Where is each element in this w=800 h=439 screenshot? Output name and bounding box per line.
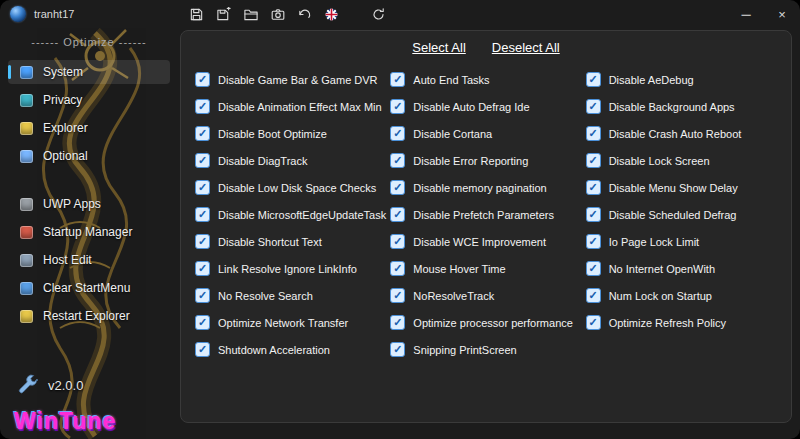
checkbox-item[interactable]: ✓Disable Error Reporting <box>390 153 585 168</box>
checkbox-item[interactable]: ✓Disable memory pagination <box>390 180 585 195</box>
sidebar-item-privacy[interactable]: Privacy <box>8 88 170 112</box>
sidebar-item-startup-manager[interactable]: Startup Manager <box>8 220 170 244</box>
checkbox-label: Mouse Hover Time <box>413 263 505 275</box>
checkbox-checked[interactable]: ✓ <box>390 153 405 168</box>
minimize-button[interactable]: ─ <box>728 0 764 28</box>
checkbox-checked[interactable]: ✓ <box>195 207 210 222</box>
sidebar-item-optional[interactable]: Optional <box>8 144 170 168</box>
checkbox-checked[interactable]: ✓ <box>586 207 601 222</box>
system-monitor-icon <box>20 66 33 79</box>
checkbox-checked[interactable]: ✓ <box>390 288 405 303</box>
checkbox-item[interactable]: ✓Disable Game Bar & Game DVR <box>195 72 390 87</box>
checkbox-item[interactable]: ✓Optimize Network Transfer <box>195 315 390 330</box>
checkbox-checked[interactable]: ✓ <box>586 153 601 168</box>
checkbox-checked[interactable]: ✓ <box>390 99 405 114</box>
undo-button[interactable] <box>291 0 318 28</box>
checkbox-checked[interactable]: ✓ <box>390 234 405 249</box>
sidebar-item-host-edit[interactable]: Host Edit <box>8 248 170 272</box>
checkbox-item[interactable]: ✓Snipping PrintScreen <box>390 342 585 357</box>
sidebar-item-label: Explorer <box>43 121 88 135</box>
checkbox-item[interactable]: ✓Disable Menu Show Delay <box>586 180 781 195</box>
checkbox-checked[interactable]: ✓ <box>195 126 210 141</box>
checkbox-item[interactable]: ✓Disable Prefetch Parameters <box>390 207 585 222</box>
checkbox-checked[interactable]: ✓ <box>195 234 210 249</box>
checkbox-checked[interactable]: ✓ <box>586 99 601 114</box>
checkbox-item[interactable]: ✓Optimize processor performance <box>390 315 585 330</box>
checkbox-checked[interactable]: ✓ <box>195 153 210 168</box>
checkbox-checked[interactable]: ✓ <box>390 207 405 222</box>
checkbox-checked[interactable]: ✓ <box>586 180 601 195</box>
checkbox-item[interactable]: ✓No Internet OpenWith <box>586 261 781 276</box>
checkbox-label: Optimize Network Transfer <box>218 317 348 329</box>
checkbox-item[interactable]: ✓Disable Cortana <box>390 126 585 141</box>
checkbox-checked[interactable]: ✓ <box>390 180 405 195</box>
sidebar-nav: SystemPrivacyExplorerOptionalUWP AppsSta… <box>0 60 178 328</box>
checkbox-checked[interactable]: ✓ <box>195 72 210 87</box>
save-as-button[interactable] <box>210 0 237 28</box>
checkbox-item[interactable]: ✓Mouse Hover Time <box>390 261 585 276</box>
checkbox-checked[interactable]: ✓ <box>195 315 210 330</box>
sidebar-item-label: Optional <box>43 149 88 163</box>
checkbox-item[interactable]: ✓Disable Auto Defrag Ide <box>390 99 585 114</box>
checkbox-item[interactable]: ✓Disable Boot Optimize <box>195 126 390 141</box>
checkbox-checked[interactable]: ✓ <box>390 126 405 141</box>
checkbox-label: No Resolve Search <box>218 290 313 302</box>
checkbox-item[interactable]: ✓Io Page Lock Limit <box>586 234 781 249</box>
checkbox-checked[interactable]: ✓ <box>390 72 405 87</box>
checkbox-item[interactable]: ✓Disable Lock Screen <box>586 153 781 168</box>
checkbox-item[interactable]: ✓Disable MicrosoftEdgeUpdateTask <box>195 207 390 222</box>
checkbox-checked[interactable]: ✓ <box>586 261 601 276</box>
checkbox-item[interactable]: ✓Disable WCE Improvement <box>390 234 585 249</box>
undo-icon <box>297 7 312 22</box>
checkbox-item[interactable]: ✓NoResolveTrack <box>390 288 585 303</box>
refresh-button[interactable] <box>365 0 392 28</box>
screenshot-button[interactable] <box>264 0 291 28</box>
sidebar-item-system[interactable]: System <box>8 60 170 84</box>
checkbox-checked[interactable]: ✓ <box>390 261 405 276</box>
checkbox-item[interactable]: ✓Disable Shortcut Text <box>195 234 390 249</box>
selection-links: Select All Deselect All <box>181 31 791 55</box>
restart-explorer-icon <box>20 310 33 323</box>
checkbox-item[interactable]: ✓Shutdown Acceleration <box>195 342 390 357</box>
save-button[interactable] <box>183 0 210 28</box>
sidebar-item-restart-explorer[interactable]: Restart Explorer <box>8 304 170 328</box>
checkbox-item[interactable]: ✓Auto End Tasks <box>390 72 585 87</box>
checkbox-item[interactable]: ✓Num Lock on Startup <box>586 288 781 303</box>
sidebar-item-explorer[interactable]: Explorer <box>8 116 170 140</box>
sidebar-item-uwp-apps[interactable]: UWP Apps <box>8 192 170 216</box>
checkbox-item[interactable]: ✓Link Resolve Ignore LinkInfo <box>195 261 390 276</box>
checkbox-item[interactable]: ✓Disable Background Apps <box>586 99 781 114</box>
checkbox-checked[interactable]: ✓ <box>586 315 601 330</box>
checkbox-checked[interactable]: ✓ <box>195 261 210 276</box>
checkbox-checked[interactable]: ✓ <box>586 234 601 249</box>
checkbox-item[interactable]: ✓Disable DiagTrack <box>195 153 390 168</box>
checkbox-checked[interactable]: ✓ <box>586 126 601 141</box>
checkbox-item[interactable]: ✓Disable Low Disk Space Checks <box>195 180 390 195</box>
checkbox-item[interactable]: ✓Disable AeDebug <box>586 72 781 87</box>
checkbox-checked[interactable]: ✓ <box>390 342 405 357</box>
checkbox-checked[interactable]: ✓ <box>195 288 210 303</box>
checkbox-checked[interactable]: ✓ <box>195 99 210 114</box>
checkbox-checked[interactable]: ✓ <box>586 288 601 303</box>
checkbox-item[interactable]: ✓Disable Animation Effect Max Min <box>195 99 390 114</box>
checkbox-column-3: ✓Disable AeDebug✓Disable Background Apps… <box>586 72 781 357</box>
deselect-all-link[interactable]: Deselect All <box>492 40 560 55</box>
checkbox-checked[interactable]: ✓ <box>390 315 405 330</box>
sidebar-item-clear-startmenu[interactable]: Clear StartMenu <box>8 276 170 300</box>
close-button[interactable]: × <box>764 0 800 28</box>
checkbox-label: Optimize processor performance <box>413 317 573 329</box>
checkbox-checked[interactable]: ✓ <box>195 342 210 357</box>
checkbox-item[interactable]: ✓Disable Scheduled Defrag <box>586 207 781 222</box>
optimize-section-label: ------ Optimize ------ <box>0 36 178 48</box>
checkbox-checked[interactable]: ✓ <box>195 180 210 195</box>
sidebar-item-label: Privacy <box>43 93 82 107</box>
checkbox-checked[interactable]: ✓ <box>586 72 601 87</box>
checkbox-item[interactable]: ✓Optimize Refresh Policy <box>586 315 781 330</box>
checkbox-item[interactable]: ✓Disable Crash Auto Reboot <box>586 126 781 141</box>
language-flag-button[interactable] <box>318 0 345 28</box>
checkbox-item[interactable]: ✓No Resolve Search <box>195 288 390 303</box>
checkbox-label: Disable Cortana <box>413 128 492 140</box>
open-folder-button[interactable] <box>237 0 264 28</box>
select-all-link[interactable]: Select All <box>412 40 465 55</box>
checkbox-label: Optimize Refresh Policy <box>609 317 726 329</box>
